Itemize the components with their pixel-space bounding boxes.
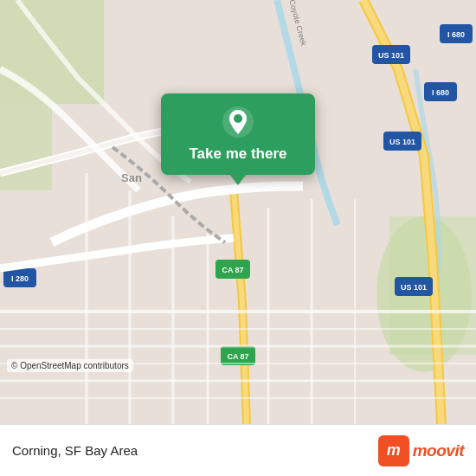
- svg-text:CA 87: CA 87: [227, 352, 248, 361]
- moovit-text: moovit: [413, 441, 464, 460]
- svg-text:I 680: I 680: [432, 88, 449, 97]
- map-pin-icon: [222, 106, 254, 138]
- moovit-logo: m moovit: [378, 435, 464, 466]
- svg-rect-2: [0, 104, 52, 190]
- take-me-there-button[interactable]: Take me there: [189, 145, 286, 163]
- location-label: Corning, SF Bay Area: [12, 443, 138, 458]
- popup-card[interactable]: Take me there: [161, 93, 315, 175]
- map-view[interactable]: US 101 US 101 US 101 I 680 I 680 CA 87 C…: [0, 0, 476, 424]
- svg-text:CA 87: CA 87: [222, 266, 243, 274]
- svg-text:US 101: US 101: [401, 283, 427, 292]
- svg-text:US 101: US 101: [378, 51, 404, 60]
- svg-point-38: [234, 114, 242, 123]
- svg-text:US 101: US 101: [389, 138, 415, 146]
- map-attribution: © OpenStreetMap contributors: [7, 359, 133, 372]
- svg-text:I 280: I 280: [11, 274, 29, 283]
- svg-text:I 680: I 680: [447, 30, 465, 39]
- svg-text:San: San: [121, 171, 142, 184]
- bottom-bar: Corning, SF Bay Area m moovit: [0, 424, 476, 476]
- moovit-icon: m: [378, 435, 409, 466]
